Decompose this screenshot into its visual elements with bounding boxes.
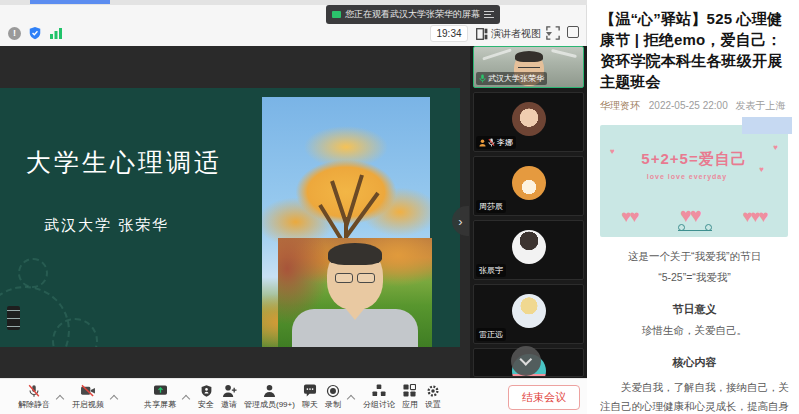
speaker-view-icon [476, 28, 488, 40]
speaker-view-button[interactable]: 演讲者视图 [476, 24, 552, 43]
slide-ornament [18, 258, 48, 288]
breakout-squares-icon [372, 384, 386, 397]
end-meeting-button[interactable]: 结束会议 [508, 385, 580, 410]
share-options-chevron[interactable] [182, 395, 190, 403]
record-icon [326, 384, 340, 398]
person-icon [263, 384, 276, 398]
avatar [512, 294, 546, 328]
slide-subtitle: 武汉大学 张荣华 [44, 216, 169, 235]
invite-person-icon [222, 384, 237, 398]
tandem-bike-icon [678, 224, 712, 231]
hero-headline: 5+2+5=爱自己 [600, 150, 788, 169]
participant-name-badge: 雷正远 [476, 328, 506, 341]
shared-slide: 大学生心理调适 武汉大学 张荣华 [0, 88, 460, 347]
gear-icon [426, 384, 440, 398]
participant-tile[interactable]: 周莎辰 [473, 156, 584, 216]
article-meta: 华理资环 2022-05-25 22:00 发表于上海 [600, 99, 789, 113]
co-host-icon [479, 139, 486, 147]
avatar [512, 102, 546, 136]
settings-button[interactable]: 设置 [425, 384, 441, 410]
article-line: 这是一个关于“我爱我”的节日 [600, 250, 789, 264]
participant-name-badge: 张辰宇 [476, 264, 506, 277]
mic-options-chevron[interactable] [56, 395, 64, 403]
heart-family-icon: ♥♥♥ [742, 207, 766, 227]
camera-off-icon [80, 384, 96, 397]
notification-text: 您正在观看武汉大学张荣华的屏幕 [345, 8, 480, 21]
tab-accent-bar [30, 0, 110, 4]
presenter-collar [346, 309, 364, 320]
participant-name-badge: 周莎辰 [476, 200, 506, 213]
presenter-shoulders [292, 309, 418, 347]
glasses [335, 273, 375, 283]
presenter-notes-chip [7, 306, 20, 330]
unmute-button[interactable]: 解除静音 [18, 384, 50, 410]
hero-subline: love love everyday [600, 173, 774, 180]
meeting-info-icon[interactable]: ! [8, 27, 21, 40]
hero-image[interactable]: ♥ ♥ ♥ 5+2+5=爱自己 love love everyday ♥♥ ♥♥… [600, 125, 788, 237]
meeting-duration: 19:34 [430, 25, 468, 42]
speaker-view-label: 演讲者视图 [491, 27, 541, 41]
section-heading: 核心内容 [600, 355, 789, 370]
layout-switch-icon[interactable] [567, 26, 579, 38]
apps-grid-icon [403, 384, 416, 397]
sharing-screen-icon [332, 11, 341, 18]
start-video-button[interactable]: 开启视频 [72, 384, 104, 410]
presenter-face [327, 246, 383, 310]
section-heading: 节日意义 [600, 302, 789, 317]
security-button[interactable]: 安全 [198, 384, 214, 410]
publish-date: 2022-05-25 22:00 [649, 100, 728, 111]
rail-collapse-button[interactable] [511, 346, 541, 376]
heart-couple-icon: ♥♥ [621, 207, 637, 227]
meeting-toolbar: 解除静音 开启视频 共享屏幕 [0, 378, 587, 414]
participant-name-badge: 武汉大学张荣华 [476, 72, 547, 85]
fullscreen-icon[interactable] [546, 26, 560, 40]
slide-title: 大学生心理调适 [26, 146, 222, 179]
participant-tile-active-speaker[interactable]: 武汉大学张荣华 [473, 46, 584, 88]
mic-off-icon [488, 138, 495, 147]
account-name-link[interactable]: 华理资环 [600, 100, 640, 111]
content-stage: 大学生心理调适 武汉大学 张荣华 [0, 46, 587, 378]
security-shield-icon[interactable] [28, 26, 42, 40]
mic-muted-icon [27, 384, 41, 398]
avatar [512, 230, 546, 264]
avatar [512, 166, 546, 200]
breakout-rooms-button[interactable]: 分组讨论 [363, 384, 395, 410]
window-top-strip [0, 0, 587, 5]
participant-tile[interactable]: 李娜 [473, 92, 584, 152]
article-panel: 【温“心”驿站】525 心理健康节 | 拒绝emo，爱自己： 资环学院本科生各班… [588, 0, 799, 414]
participant-rail: 武汉大学张荣华 李娜 [470, 46, 587, 378]
participant-name-badge: 李娜 [476, 136, 516, 149]
chevron-down-icon [519, 353, 532, 366]
network-signal-icon[interactable] [49, 27, 63, 39]
selection-highlight [742, 117, 792, 134]
share-screen-icon [153, 384, 168, 397]
article-paragraph: 关爱自我，了解自我，接纳自己，关注自己的心理健康和心灵成长，提高自身心理素质，并… [600, 378, 789, 414]
article-line: 珍惜生命，关爱自己。 [600, 324, 789, 338]
share-screen-button[interactable]: 共享屏幕 [144, 384, 176, 410]
shield-icon [200, 384, 213, 398]
chat-button[interactable]: 聊天 [302, 384, 318, 410]
video-options-chevron[interactable] [110, 395, 118, 403]
chat-bubble-icon [303, 384, 317, 397]
presenter-hair [328, 243, 382, 265]
article-line: “5-25”=“我爱我” [600, 271, 789, 285]
manage-members-button[interactable]: 管理成员(99+) [244, 384, 295, 410]
apps-button[interactable]: 应用 [402, 384, 418, 410]
screen: 您正在观看武汉大学张荣华的屏幕 ! 19:34 [0, 0, 799, 414]
status-icons: ! [8, 26, 63, 40]
meeting-window: 您正在观看武汉大学张荣华的屏幕 ! 19:34 [0, 0, 587, 414]
participant-tile[interactable]: 张辰宇 [473, 220, 584, 280]
screen-share-notification[interactable]: 您正在观看武汉大学张荣华的屏幕 [326, 5, 500, 24]
record-options-chevron[interactable] [347, 395, 355, 403]
participant-tile[interactable]: 雷正远 [473, 284, 584, 344]
menu-lines-icon[interactable] [484, 10, 494, 19]
mic-on-icon [479, 74, 486, 83]
invite-button[interactable]: 邀请 [221, 384, 237, 410]
publish-location: 发表于上海 [736, 100, 786, 111]
article-title: 【温“心”驿站】525 心理健康节 | 拒绝emo，爱自己： 资环学院本科生各班… [600, 8, 789, 92]
presenter-webcam-video [278, 238, 432, 347]
record-button[interactable]: 录制 [325, 384, 341, 410]
